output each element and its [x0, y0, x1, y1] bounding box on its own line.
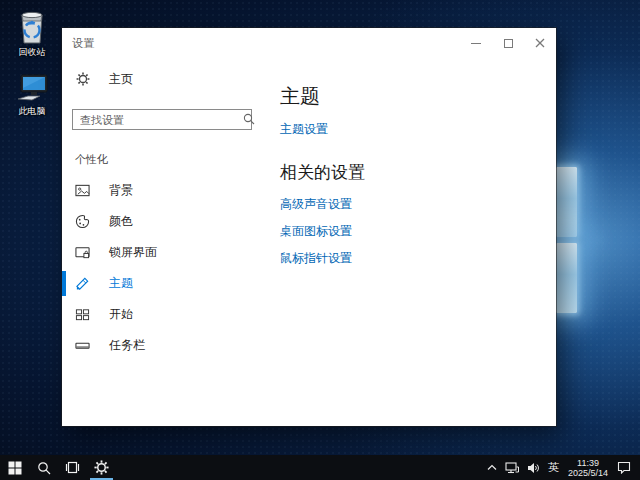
task-view-button[interactable]	[58, 455, 87, 480]
chevron-up-icon	[487, 464, 497, 471]
related-settings-title: 相关的设置	[280, 162, 546, 184]
hero-logo-pane-top	[556, 167, 577, 237]
sidebar-item-start[interactable]: 开始	[62, 299, 272, 330]
task-view-icon	[65, 461, 80, 474]
clock-time: 11:39	[568, 458, 608, 468]
show-hidden-icons-button[interactable]	[483, 455, 501, 480]
colors-icon	[75, 214, 90, 229]
language-indicator[interactable]: 英	[544, 455, 563, 480]
advanced-sound-settings-link[interactable]: 高级声音设置	[280, 197, 546, 211]
start-icon	[75, 307, 90, 322]
recycle-bin-icon	[14, 7, 50, 45]
minimize-button[interactable]	[460, 28, 492, 58]
minimize-icon	[471, 43, 481, 44]
search-icon	[37, 461, 51, 475]
action-center-button[interactable]	[613, 455, 635, 480]
settings-content: 主题 主题设置 相关的设置 高级声音设置 桌面图标设置 鼠标指针设置	[280, 58, 546, 426]
desktop-icon-this-pc[interactable]: 此电脑	[3, 72, 61, 117]
sidebar-item-themes[interactable]: 主题	[62, 268, 272, 299]
taskbar-clock[interactable]: 11:39 2025/5/14	[563, 458, 613, 478]
settings-sidebar: 主页 个性化 背景	[62, 58, 272, 426]
hero-logo-pane-bottom	[556, 243, 577, 313]
sidebar-item-label: 开始	[109, 306, 133, 323]
sidebar-item-colors[interactable]: 颜色	[62, 206, 272, 237]
maximize-button[interactable]	[492, 28, 524, 58]
search-input[interactable]	[72, 109, 252, 130]
taskbar-search-button[interactable]	[29, 455, 58, 480]
recycle-bin-label: 回收站	[3, 47, 61, 58]
taskbar-left	[0, 455, 116, 480]
sidebar-item-taskbar[interactable]: 任务栏	[62, 330, 272, 361]
settings-search	[72, 109, 262, 130]
sidebar-item-home[interactable]: 主页	[62, 65, 272, 93]
lock-screen-icon	[75, 245, 90, 260]
volume-tray-button[interactable]	[523, 455, 544, 480]
mouse-pointer-settings-link[interactable]: 鼠标指针设置	[280, 251, 546, 265]
maximize-icon	[504, 39, 513, 48]
this-pc-icon	[14, 72, 50, 104]
windows-hero-logo	[556, 167, 577, 313]
search-icon[interactable]	[243, 113, 255, 125]
sidebar-item-lock-screen[interactable]: 锁屏界面	[62, 237, 272, 268]
sidebar-item-label: 背景	[109, 182, 133, 199]
sidebar-nav: 背景 颜色	[62, 175, 272, 361]
close-button[interactable]	[524, 28, 556, 58]
window-title: 设置	[72, 36, 95, 51]
sidebar-item-label: 颜色	[109, 213, 133, 230]
clock-date: 2025/5/14	[568, 468, 608, 478]
system-tray: 英 11:39 2025/5/14	[483, 455, 640, 480]
close-icon	[535, 38, 545, 48]
sidebar-item-label: 任务栏	[109, 337, 145, 354]
desktop-icon-settings-link[interactable]: 桌面图标设置	[280, 224, 546, 238]
home-gear-icon	[75, 72, 90, 87]
background-icon	[75, 183, 90, 198]
theme-settings-link[interactable]: 主题设置	[280, 122, 546, 136]
sidebar-section-personalization: 个性化	[75, 152, 272, 167]
taskbar-settings-button[interactable]	[87, 455, 116, 480]
windows-logo-icon	[8, 461, 22, 475]
network-icon	[505, 462, 519, 474]
window-titlebar[interactable]: 设置	[62, 28, 556, 58]
network-tray-button[interactable]	[501, 455, 523, 480]
sidebar-home-label: 主页	[109, 71, 133, 88]
desktop-icon-recycle-bin[interactable]: 回收站	[3, 7, 61, 58]
start-button[interactable]	[0, 455, 29, 480]
page-title: 主题	[280, 82, 546, 110]
gear-icon	[94, 460, 109, 475]
taskbar: 英 11:39 2025/5/14	[0, 455, 640, 480]
notification-icon	[617, 461, 631, 474]
taskbar-icon	[75, 338, 90, 353]
sidebar-item-label: 主题	[109, 275, 133, 292]
sidebar-item-label: 锁屏界面	[109, 244, 157, 261]
volume-icon	[527, 462, 540, 474]
this-pc-label: 此电脑	[3, 106, 61, 117]
settings-window: 设置	[62, 28, 556, 426]
sidebar-item-background[interactable]: 背景	[62, 175, 272, 206]
themes-icon	[75, 276, 90, 291]
